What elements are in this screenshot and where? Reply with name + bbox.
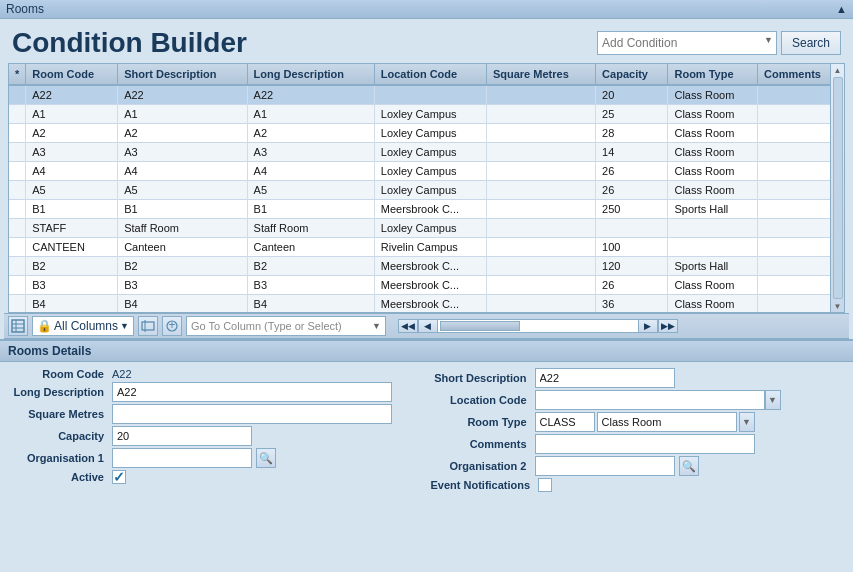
long-desc-input[interactable]: [112, 382, 392, 402]
nav-track: [438, 319, 638, 333]
table-row[interactable]: A1A1A1Loxley Campus25Class Room: [9, 105, 844, 124]
event-notifications-label: Event Notifications: [431, 479, 535, 491]
room-type-row: Room Type ▼: [431, 412, 846, 432]
room-type-dropdown-btn[interactable]: ▼: [739, 412, 755, 432]
room-type-code-input[interactable]: [535, 412, 595, 432]
table-cell: [9, 181, 26, 200]
short-desc-input[interactable]: [535, 368, 675, 388]
comments-input[interactable]: [535, 434, 755, 454]
table-cell: [9, 124, 26, 143]
nav-last[interactable]: ▶▶: [658, 319, 678, 333]
lock-icon: 🔒: [37, 319, 52, 333]
table-cell: Sports Hall: [668, 257, 758, 276]
table-cell: Staff Room: [118, 219, 247, 238]
table-cell: B3: [26, 276, 118, 295]
table-cell: [374, 85, 486, 105]
table-cell: Class Room: [668, 124, 758, 143]
table-cell: Class Room: [668, 162, 758, 181]
active-row: Active ✓: [8, 470, 423, 484]
table-cell: [486, 219, 595, 238]
table-row[interactable]: B4B4B4Meersbrook C...36Class Room: [9, 295, 844, 313]
table-cell: A5: [247, 181, 374, 200]
table-cell: [9, 143, 26, 162]
toolbar-icon-1[interactable]: [8, 316, 28, 336]
columns-dropdown[interactable]: 🔒 All Columns ▼: [32, 316, 134, 336]
col-star: *: [9, 64, 26, 85]
col-square-metres: Square Metres: [486, 64, 595, 85]
condition-input[interactable]: [597, 31, 777, 55]
long-desc-label: Long Description: [8, 386, 108, 398]
table-row[interactable]: STAFFStaff RoomStaff RoomLoxley Campus: [9, 219, 844, 238]
toolbar-icon-2[interactable]: [138, 316, 158, 336]
nav-first[interactable]: ◀◀: [398, 319, 418, 333]
condition-dropdown-wrapper: [597, 31, 777, 55]
table-cell: A2: [26, 124, 118, 143]
room-code-value: A22: [112, 368, 132, 380]
table-row[interactable]: B2B2B2Meersbrook C...120Sports Hall: [9, 257, 844, 276]
table-cell: [486, 105, 595, 124]
nav-prev[interactable]: ◀: [418, 319, 438, 333]
toolbar-icon-3[interactable]: +: [162, 316, 182, 336]
org1-label: Organisation 1: [8, 452, 108, 464]
room-type-group: ▼: [535, 412, 755, 432]
org2-input[interactable]: [535, 456, 675, 476]
org1-input[interactable]: [112, 448, 252, 468]
table-cell: B2: [118, 257, 247, 276]
table-cell: A4: [247, 162, 374, 181]
scrollbar-down[interactable]: ▼: [832, 300, 844, 312]
goto-column-dropdown[interactable]: Go To Column (Type or Select) ▼: [186, 316, 386, 336]
org1-search-btn[interactable]: 🔍: [256, 448, 276, 468]
table-cell: Loxley Campus: [374, 162, 486, 181]
table-cell: STAFF: [26, 219, 118, 238]
location-code-input[interactable]: [535, 390, 765, 410]
long-desc-row: Long Description: [8, 382, 423, 402]
table-cell: 26: [596, 181, 668, 200]
table-row[interactable]: B3B3B3Meersbrook C...26Class Room: [9, 276, 844, 295]
square-metres-row: Square Metres: [8, 404, 423, 424]
active-checkbox[interactable]: ✓: [112, 470, 126, 484]
window-controls[interactable]: ▲: [836, 3, 847, 15]
table-cell: A3: [247, 143, 374, 162]
table-cell: Loxley Campus: [374, 181, 486, 200]
table-cell: [9, 105, 26, 124]
table-cell: 28: [596, 124, 668, 143]
table-row[interactable]: CANTEENCanteenCanteenRivelin Campus100: [9, 238, 844, 257]
table-cell: 26: [596, 276, 668, 295]
room-type-text-input[interactable]: [597, 412, 737, 432]
event-notifications-checkbox[interactable]: [538, 478, 552, 492]
location-code-dropdown-btn[interactable]: ▼: [765, 390, 781, 410]
comments-row: Comments: [431, 434, 846, 454]
org2-label: Organisation 2: [431, 460, 531, 472]
table-cell: [486, 257, 595, 276]
table-cell: B2: [247, 257, 374, 276]
nav-next[interactable]: ▶: [638, 319, 658, 333]
table-row[interactable]: A2A2A2Loxley Campus28Class Room: [9, 124, 844, 143]
org2-search-btn[interactable]: 🔍: [679, 456, 699, 476]
short-desc-label: Short Description: [431, 372, 531, 384]
table-cell: [486, 124, 595, 143]
table-container: * Room Code Short Description Long Descr…: [8, 63, 845, 313]
title-bar: Rooms ▲: [0, 0, 853, 19]
col-room-code: Room Code: [26, 64, 118, 85]
table-cell: Meersbrook C...: [374, 200, 486, 219]
scrollbar-up[interactable]: ▲: [832, 64, 844, 76]
table-cell: B4: [247, 295, 374, 313]
active-checkmark: ✓: [113, 469, 125, 485]
table-row[interactable]: B1B1B1Meersbrook C...250Sports Hall: [9, 200, 844, 219]
table-cell: [668, 219, 758, 238]
capacity-input[interactable]: [112, 426, 252, 446]
table-row[interactable]: A3A3A3Loxley Campus14Class Room: [9, 143, 844, 162]
details-section: Rooms Details Room Code A22 Long Descrip…: [0, 339, 853, 500]
details-body: Room Code A22 Long Description Square Me…: [0, 362, 853, 500]
header-controls: Search: [597, 31, 841, 55]
table-cell: Rivelin Campus: [374, 238, 486, 257]
room-type-label: Room Type: [431, 416, 531, 428]
window-title: Rooms: [6, 2, 44, 16]
table-cell: A3: [118, 143, 247, 162]
square-metres-input[interactable]: [112, 404, 392, 424]
table-row[interactable]: A5A5A5Loxley Campus26Class Room: [9, 181, 844, 200]
search-button[interactable]: Search: [781, 31, 841, 55]
table-row[interactable]: A22A22A2220Class Room: [9, 85, 844, 105]
table-row[interactable]: A4A4A4Loxley Campus26Class Room: [9, 162, 844, 181]
active-label: Active: [8, 471, 108, 483]
